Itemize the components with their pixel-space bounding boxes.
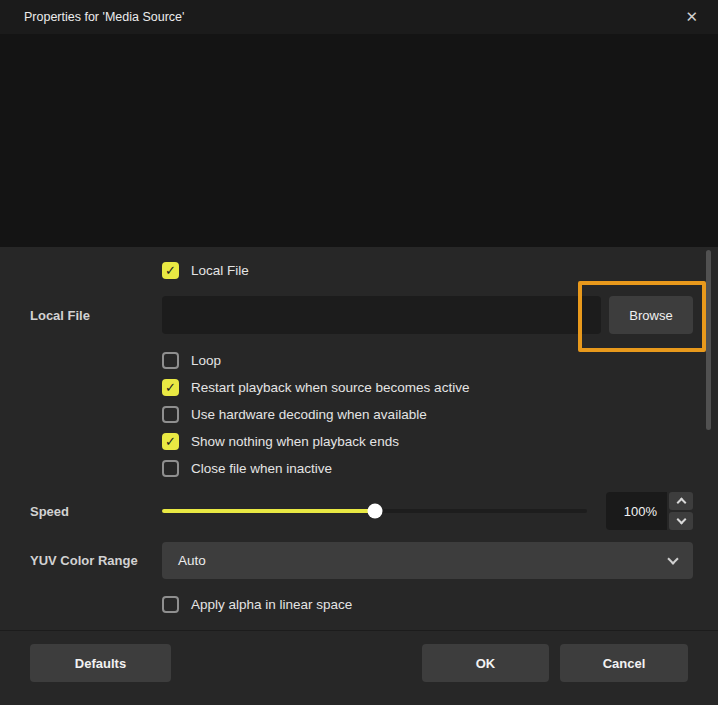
- local-file-path-input[interactable]: [162, 296, 601, 334]
- dialog-footer: Defaults OK Cancel: [0, 630, 718, 705]
- browse-button[interactable]: Browse: [609, 296, 693, 334]
- chevron-down-icon: [667, 553, 678, 564]
- checkbox-icon: ✓: [162, 406, 179, 423]
- checkbox-loop[interactable]: ✓ Loop: [162, 351, 693, 369]
- slider-fill: [162, 509, 375, 513]
- check-icon: ✓: [165, 264, 176, 277]
- checkbox-show-nothing[interactable]: ✓ Show nothing when playback ends: [162, 432, 693, 450]
- local-file-enable-row: ✓ Local File: [0, 261, 718, 279]
- spinner-buttons: [669, 492, 693, 530]
- yuv-color-range-dropdown[interactable]: Auto: [162, 542, 693, 579]
- yuv-color-range-label: YUV Color Range: [0, 553, 162, 568]
- speed-label: Speed: [0, 504, 162, 519]
- checkbox-icon: ✓: [162, 262, 179, 279]
- apply-alpha-row: ✓ Apply alpha in linear space: [0, 595, 718, 613]
- checkbox-icon: ✓: [162, 460, 179, 477]
- chevron-up-icon: [676, 498, 686, 508]
- checkbox-icon: ✓: [162, 596, 179, 613]
- defaults-button[interactable]: Defaults: [30, 644, 171, 682]
- speed-value-field[interactable]: 100%: [606, 492, 667, 530]
- spin-up-button[interactable]: [669, 492, 693, 510]
- local-file-label: Local File: [0, 308, 162, 323]
- checkbox-restart-playback[interactable]: ✓ Restart playback when source becomes a…: [162, 378, 693, 396]
- slider-handle[interactable]: [367, 504, 382, 519]
- properties-form: ✓ Local File Local File Browse ✓ Loop: [0, 247, 718, 630]
- speed-spinner: 100%: [606, 492, 693, 530]
- close-icon[interactable]: ✕: [677, 7, 706, 28]
- checkbox-label: Close file when inactive: [191, 461, 332, 476]
- window-title: Properties for 'Media Source': [24, 10, 184, 24]
- checkbox-local-file[interactable]: ✓ Local File: [162, 261, 693, 279]
- chevron-down-icon: [676, 515, 686, 525]
- checkbox-icon: ✓: [162, 379, 179, 396]
- checkbox-label: Use hardware decoding when available: [191, 407, 427, 422]
- options-row: ✓ Loop ✓ Restart playback when source be…: [0, 351, 718, 477]
- local-file-row: Local File Browse: [0, 296, 718, 334]
- checkbox-hardware-decoding[interactable]: ✓ Use hardware decoding when available: [162, 405, 693, 423]
- check-icon: ✓: [165, 435, 176, 448]
- check-icon: ✓: [165, 381, 176, 394]
- media-preview-area: [0, 34, 718, 247]
- speed-row: Speed 100%: [0, 492, 718, 530]
- checkbox-label: Show nothing when playback ends: [191, 434, 399, 449]
- checkbox-label: Local File: [191, 263, 249, 278]
- cancel-button[interactable]: Cancel: [560, 644, 688, 682]
- spin-down-button[interactable]: [669, 512, 693, 530]
- ok-button[interactable]: OK: [422, 644, 549, 682]
- speed-slider[interactable]: [162, 509, 587, 513]
- checkbox-label: Loop: [191, 353, 221, 368]
- titlebar: Properties for 'Media Source' ✕: [0, 0, 718, 34]
- checkbox-close-file-inactive[interactable]: ✓ Close file when inactive: [162, 459, 693, 477]
- checkbox-icon: ✓: [162, 433, 179, 450]
- dropdown-selected-value: Auto: [178, 553, 206, 568]
- checkbox-label: Restart playback when source becomes act…: [191, 380, 469, 395]
- checkbox-label: Apply alpha in linear space: [191, 597, 352, 612]
- scrollbar-thumb[interactable]: [706, 250, 711, 430]
- yuv-color-range-row: YUV Color Range Auto: [0, 542, 718, 579]
- checkbox-apply-alpha[interactable]: ✓ Apply alpha in linear space: [162, 595, 693, 613]
- checkbox-icon: ✓: [162, 352, 179, 369]
